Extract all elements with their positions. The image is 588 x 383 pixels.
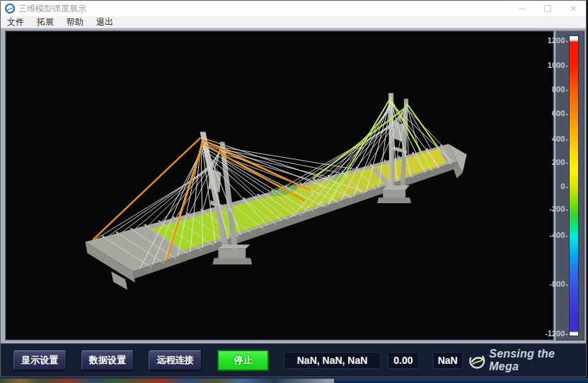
maximize-button[interactable] <box>535 1 560 16</box>
colorbar-gradient <box>569 35 579 336</box>
colorbar-tick-label: 800 <box>552 85 568 93</box>
colorbar-tick-label: 200 <box>552 158 568 166</box>
close-icon: ✕ <box>570 4 577 13</box>
colorbar-panel: 120010008006004002000-200-400-800-1200 <box>555 30 584 341</box>
brand-logo-text: Sensing the Mega <box>489 348 586 373</box>
colorbar-tick-label: 0 <box>560 182 568 190</box>
minimize-button[interactable] <box>509 1 535 16</box>
bridge-3d-model <box>6 31 553 340</box>
colorbar-tick-label: 1000 <box>548 61 568 69</box>
colorbar-tick-label: 1200 <box>548 36 568 45</box>
taskbar-icons-strip <box>0 379 334 383</box>
menu-help[interactable]: 帮助 <box>60 16 90 28</box>
app-logo-icon <box>5 4 15 13</box>
menu-exit[interactable]: 退出 <box>90 16 120 28</box>
taskbar-sliver <box>0 378 588 383</box>
brand-logo: Sensing the Mega <box>468 348 586 373</box>
window-controls: ✕ <box>509 1 586 16</box>
left-pylon-footing-top <box>218 245 250 249</box>
remote-connect-button[interactable]: 远程连接 <box>149 350 202 370</box>
coordinates-readout: NaN, NaN, NaN <box>284 352 381 369</box>
window-title: 三维模型强度展示 <box>18 3 86 15</box>
colorbar-tick-label: -200 <box>549 205 568 213</box>
main-area: 120010008006004002000-200-400-800-1200 <box>1 28 586 344</box>
extra-readout: NaN <box>433 352 463 369</box>
colorbar-tick-label: -1200 <box>545 329 568 338</box>
app-window: 三维模型强度展示 ✕ 文件 拓展 帮助 退出 <box>0 0 587 377</box>
brand-logo-icon <box>468 351 487 370</box>
left-pylon-base-pad <box>212 258 252 265</box>
titlebar: 三维模型强度展示 ✕ <box>1 1 586 16</box>
data-settings-button[interactable]: 数据设置 <box>81 350 134 370</box>
colorbar-tick-label: -800 <box>549 280 568 288</box>
colorbar-tick-label: 400 <box>552 135 568 143</box>
right-pylon-footing-top <box>383 185 410 190</box>
right-pylon-base-pad <box>377 198 411 203</box>
minimize-icon <box>519 8 526 9</box>
menu-file[interactable]: 文件 <box>1 16 30 28</box>
close-button[interactable]: ✕ <box>560 1 586 16</box>
colorbar-tick-label: -400 <box>549 231 568 239</box>
menubar: 文件 拓展 帮助 退出 <box>1 16 586 28</box>
menu-extensions[interactable]: 拓展 <box>30 16 60 28</box>
display-settings-button[interactable]: 显示设置 <box>13 350 67 370</box>
left-pylon-footing <box>218 249 246 260</box>
stop-button[interactable]: 停止 <box>217 350 269 371</box>
bottom-toolbar: 显示设置 数据设置 远程连接 停止 NaN, NaN, NaN 0.00 NaN… <box>1 343 586 377</box>
maximize-icon <box>544 5 551 12</box>
colorbar-tick-label: 600 <box>552 109 568 118</box>
viewport-3d[interactable] <box>5 30 554 341</box>
value-readout: 0.00 <box>388 352 418 369</box>
